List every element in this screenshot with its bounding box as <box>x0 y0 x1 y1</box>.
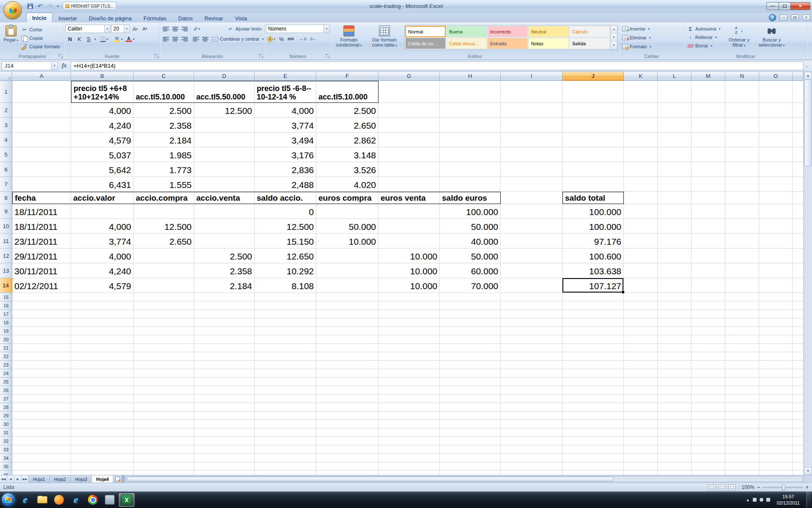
help-button[interactable]: ? <box>769 14 776 21</box>
cell-D3[interactable] <box>194 118 255 133</box>
cell-C11[interactable]: 2.650 <box>134 234 194 248</box>
dialog-launcher-numero[interactable] <box>325 54 330 58</box>
cell-K30[interactable] <box>624 420 658 428</box>
vertical-scroll-thumb[interactable] <box>804 80 812 166</box>
cell-O9[interactable] <box>759 204 793 219</box>
cell-N8[interactable] <box>725 192 759 204</box>
cell-A17[interactable] <box>12 310 71 318</box>
cell-D18[interactable] <box>194 318 255 327</box>
cell-I4[interactable] <box>501 133 562 147</box>
row-header-22[interactable]: 22 <box>0 352 12 361</box>
cell-style-incorrecto[interactable]: Incorrecto <box>487 26 528 37</box>
cell-O31[interactable] <box>759 428 793 437</box>
cell-L35[interactable] <box>658 462 691 471</box>
cell-G22[interactable] <box>379 352 440 361</box>
cell-A12[interactable]: 29/11/2011 <box>12 248 71 263</box>
cell-A15[interactable] <box>12 293 71 301</box>
cell-O5[interactable] <box>759 147 793 162</box>
cell-E23[interactable] <box>255 361 316 369</box>
cell-K32[interactable] <box>624 437 658 445</box>
cell-M17[interactable] <box>691 310 725 318</box>
office-button[interactable] <box>4 1 22 19</box>
cell-M6[interactable] <box>691 162 725 177</box>
cell-H14[interactable]: 70.000 <box>440 278 501 293</box>
cell-F32[interactable] <box>316 437 379 445</box>
cell-style-entrada[interactable]: Entrada <box>487 38 528 49</box>
cell-B8[interactable]: accio.valor <box>71 192 134 204</box>
cell-I27[interactable] <box>501 395 562 403</box>
align-right-button[interactable] <box>180 35 189 43</box>
cell-O23[interactable] <box>759 361 793 369</box>
cell-J23[interactable] <box>562 361 624 369</box>
cell-style-notas[interactable]: Notas <box>528 38 569 49</box>
cell-O10[interactable] <box>759 219 793 234</box>
cell-L3[interactable] <box>658 118 691 133</box>
cell-K15[interactable] <box>624 293 658 301</box>
cell-N2[interactable] <box>725 103 759 118</box>
cell-K16[interactable] <box>624 301 658 310</box>
cell-B15[interactable] <box>71 293 134 301</box>
cell-J19[interactable] <box>562 327 624 335</box>
cell-N23[interactable] <box>725 361 759 369</box>
cell-L7[interactable] <box>658 177 691 192</box>
cell-I8[interactable] <box>501 192 562 204</box>
cell-G24[interactable] <box>379 369 440 378</box>
cell-F17[interactable] <box>316 310 379 318</box>
cell-G6[interactable] <box>379 162 440 177</box>
cell-M3[interactable] <box>691 118 725 133</box>
row-header-33[interactable]: 33 <box>0 445 12 454</box>
cell-M8[interactable] <box>691 192 725 204</box>
cell-O20[interactable] <box>759 335 793 344</box>
cell-O21[interactable] <box>759 344 793 352</box>
cell-A26[interactable] <box>12 386 71 395</box>
cell-A23[interactable] <box>12 361 71 369</box>
row-header-6[interactable]: 6 <box>0 162 12 177</box>
cell-B5[interactable]: 5,037 <box>71 147 134 162</box>
cell-N27[interactable] <box>725 395 759 403</box>
cell-H20[interactable] <box>440 335 501 344</box>
cell-P14[interactable] <box>793 278 804 293</box>
cell-G9[interactable] <box>379 204 440 219</box>
cell-A11[interactable]: 23/11/2011 <box>12 234 71 248</box>
cell-L32[interactable] <box>658 437 691 445</box>
cell-D8[interactable]: accio.venta <box>194 192 255 204</box>
cell-F9[interactable] <box>316 204 379 219</box>
cell-O15[interactable] <box>759 293 793 301</box>
row-header-17[interactable]: 17 <box>0 310 12 318</box>
cell-M33[interactable] <box>691 445 725 454</box>
page-layout-view-button[interactable] <box>718 484 726 491</box>
cell-I24[interactable] <box>501 369 562 378</box>
cell-F27[interactable] <box>316 395 379 403</box>
cell-G5[interactable] <box>379 147 440 162</box>
ribbon-tab-diseño-de-página[interactable]: Diseño de página <box>83 14 137 22</box>
ie-icon[interactable] <box>68 493 84 507</box>
cell-M1[interactable] <box>691 81 725 103</box>
cell-H30[interactable] <box>440 420 501 428</box>
cell-I22[interactable] <box>501 352 562 361</box>
cell-K11[interactable] <box>624 234 658 248</box>
cell-P8[interactable] <box>793 192 804 204</box>
cell-M22[interactable] <box>691 352 725 361</box>
cell-D11[interactable] <box>194 234 255 248</box>
row-header-3[interactable]: 3 <box>0 118 12 133</box>
cell-E15[interactable] <box>255 293 316 301</box>
cell-M4[interactable] <box>691 133 725 147</box>
cell-K1[interactable] <box>624 81 658 103</box>
cell-I11[interactable] <box>501 234 562 248</box>
cell-P18[interactable] <box>793 318 804 327</box>
italic-button[interactable]: K <box>75 35 84 43</box>
cell-K12[interactable] <box>624 248 658 263</box>
cell-D19[interactable] <box>194 327 255 335</box>
underline-button[interactable]: S <box>84 35 93 43</box>
cell-C1[interactable]: acc.tl5.10.000 <box>134 81 194 103</box>
cell-P16[interactable] <box>793 301 804 310</box>
cell-I33[interactable] <box>501 445 562 454</box>
row-header-20[interactable]: 20 <box>0 335 12 344</box>
cell-O29[interactable] <box>759 411 793 420</box>
cell-N16[interactable] <box>725 301 759 310</box>
cell-I20[interactable] <box>501 335 562 344</box>
cell-C7[interactable]: 1.555 <box>134 177 194 192</box>
row-header-7[interactable]: 7 <box>0 177 12 192</box>
cell-I2[interactable] <box>501 103 562 118</box>
cell-F14[interactable] <box>316 278 379 293</box>
